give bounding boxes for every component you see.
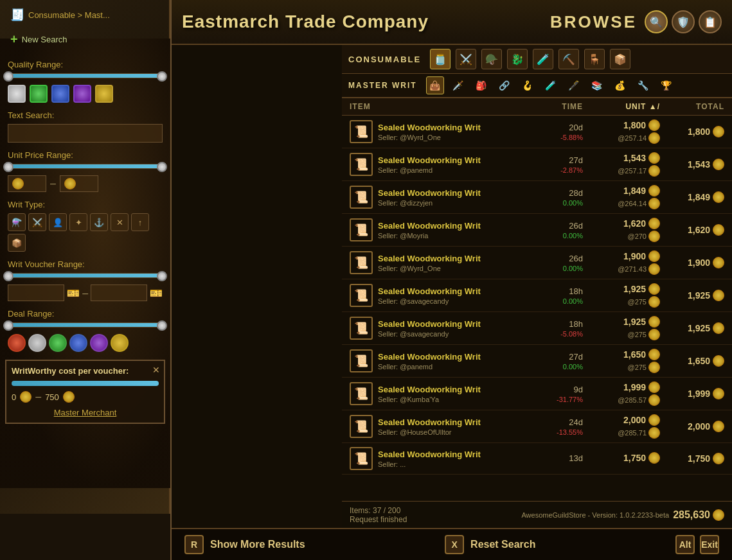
- table-body: 📜 Sealed Woodworking Writ Seller: @Wyrd_…: [342, 116, 732, 528]
- exit-button[interactable]: Exit: [700, 535, 719, 554]
- subcat-pen-icon[interactable]: 🖋️: [565, 76, 583, 94]
- cat-icon-armor[interactable]: 🪖: [481, 49, 502, 69]
- subcat-flask-icon[interactable]: 🧪: [542, 76, 560, 94]
- writworthy-close[interactable]: ✕: [152, 365, 160, 375]
- coin-max-icon: [64, 178, 76, 189]
- writ-icon-jewelry[interactable]: ⚓: [90, 213, 108, 231]
- price-slider[interactable]: [8, 164, 163, 169]
- subcat-backpack-icon[interactable]: 🎒: [472, 76, 490, 94]
- show-more-button[interactable]: R Show More Results: [184, 535, 305, 554]
- writ-icon-woodwork[interactable]: ↑: [131, 213, 149, 231]
- header: Eastmarch Trade Company BROWSE 🔍 🛡️ 📋: [172, 0, 732, 45]
- subcat-book-icon[interactable]: 📚: [588, 76, 606, 94]
- table-row[interactable]: 📜 Sealed Woodworking Writ Seller: @House…: [342, 410, 732, 443]
- sub-coin-icon: [648, 296, 660, 308]
- item-name: Sealed Woodworking Writ: [378, 188, 481, 198]
- subcat-money-icon[interactable]: 💰: [611, 76, 629, 94]
- deal-icon-purple[interactable]: [90, 334, 108, 352]
- total-cell: 1,849: [660, 191, 724, 203]
- ww-slider[interactable]: [12, 381, 159, 386]
- writ-icon-clothing[interactable]: 👤: [49, 213, 67, 231]
- writ-icon-provision[interactable]: ✕: [111, 213, 129, 231]
- time-value: 13d: [519, 453, 583, 463]
- deal-icon-silver[interactable]: [28, 334, 46, 352]
- subcat-bag-icon[interactable]: 👜: [426, 76, 444, 94]
- table-row[interactable]: 📜 Sealed Woodworking Writ Seller: @savag…: [342, 279, 732, 312]
- text-search-input[interactable]: [8, 124, 163, 143]
- search-icon[interactable]: 🔍: [645, 10, 668, 33]
- writ-icon-extra[interactable]: 📦: [8, 234, 26, 252]
- subcat-sword-icon[interactable]: 🗡️: [449, 76, 467, 94]
- deal-icon-red[interactable]: [8, 334, 26, 352]
- table-row[interactable]: 📜 Sealed Woodworking Writ Seller: @Kumba…: [342, 378, 732, 410]
- cat-icon-furniture[interactable]: 🪑: [584, 49, 605, 69]
- unit-price: 1,800: [583, 119, 660, 131]
- col-item: ITEM: [350, 102, 519, 111]
- table-row[interactable]: 📜 Sealed Woodworking Writ Seller: @Wyrd_…: [342, 247, 732, 279]
- time-change: 0.00%: [519, 363, 583, 371]
- item-name: Sealed Woodworking Writ: [378, 352, 481, 362]
- price-min-box: [8, 175, 46, 192]
- cat-icon-creature[interactable]: 🐉: [507, 49, 528, 69]
- table-row[interactable]: 📜 Sealed Woodworking Writ Seller: @panem…: [342, 148, 732, 181]
- voucher-slider[interactable]: [8, 273, 163, 278]
- writ-icon-alchemy[interactable]: ⚗️: [8, 213, 26, 231]
- version-info: AwesomeGuildStore - Version: 1.0.2.2233-…: [521, 511, 669, 519]
- gem-green[interactable]: [30, 85, 48, 103]
- new-search-button[interactable]: + New Search: [5, 30, 165, 49]
- time-change: -31.77%: [519, 396, 583, 403]
- cat-icon-weapon[interactable]: ⚔️: [456, 49, 476, 69]
- reset-search-button[interactable]: X Reset Search: [445, 535, 535, 554]
- unit-cell: 1,800 @257.14: [583, 119, 660, 144]
- total-price: 1,650: [660, 355, 724, 367]
- unit-price: 1,999: [583, 381, 660, 393]
- col-unit[interactable]: UNIT ▲/: [583, 102, 660, 111]
- deal-slider[interactable]: [8, 322, 163, 328]
- item-seller: Seller: @HouseOfUlltor: [378, 428, 481, 436]
- voucher-min-box: [8, 284, 64, 301]
- item-seller: Seller: @panemd: [378, 166, 481, 174]
- writ-icon-blacksmith[interactable]: ⚔️: [28, 213, 46, 231]
- total-coin-icon: [713, 290, 724, 301]
- table-row[interactable]: 📜 Sealed Woodworking Writ Seller: ... 13…: [342, 443, 732, 475]
- subcat-hook-icon[interactable]: 🪝: [519, 76, 537, 94]
- cat-icon-tools[interactable]: ⛏️: [558, 49, 579, 69]
- time-cell: 9d -31.77%: [519, 385, 583, 403]
- gem-white[interactable]: [8, 85, 26, 103]
- unit-cell: 1,849 @264.14: [583, 185, 660, 209]
- subcat-chain-icon[interactable]: 🔗: [495, 76, 513, 94]
- quality-slider[interactable]: [8, 73, 163, 78]
- gem-purple[interactable]: [73, 85, 91, 103]
- guild-icon[interactable]: 🛡️: [672, 10, 695, 33]
- time-value: 9d: [519, 385, 583, 394]
- table-row[interactable]: 📜 Sealed Woodworking Writ Seller: @savag…: [342, 312, 732, 345]
- writ-icon-enchant[interactable]: ✦: [69, 213, 87, 231]
- subcat-trophy-icon[interactable]: 🏆: [657, 76, 675, 94]
- deal-icon-blue[interactable]: [69, 334, 87, 352]
- log-icon[interactable]: 📋: [699, 10, 722, 33]
- plus-icon: +: [10, 32, 18, 47]
- table-row[interactable]: 📜 Sealed Woodworking Writ Seller: @Moyri…: [342, 214, 732, 247]
- unit-coin-icon: [648, 316, 660, 328]
- cat-icon-misc[interactable]: 📦: [610, 49, 630, 69]
- cat-icon-potion[interactable]: 🧪: [533, 49, 553, 69]
- item-seller: Seller: @Moyria: [378, 232, 481, 240]
- table-row[interactable]: 📜 Sealed Woodworking Writ Seller: @panem…: [342, 345, 732, 378]
- time-change: -5.88%: [519, 134, 583, 141]
- deal-icon-gold[interactable]: [111, 334, 129, 352]
- voucher-max-box: [91, 284, 147, 301]
- category-tabs: CONSUMABLE 🫙 ⚔️ 🪖 🐉 🧪 ⛏️ 🪑 📦: [342, 45, 732, 74]
- total-cell: 1,925: [660, 290, 724, 301]
- gem-gold[interactable]: [95, 85, 113, 103]
- table-row[interactable]: 📜 Sealed Woodworking Writ Seller: @Wyrd_…: [342, 116, 732, 148]
- deal-icon-green[interactable]: [49, 334, 67, 352]
- total-price: 1,750: [660, 453, 724, 464]
- item-name: Sealed Woodworking Writ: [378, 385, 481, 394]
- table-row[interactable]: 📜 Sealed Woodworking Writ Seller: @dizzy…: [342, 181, 732, 214]
- unit-cell: 2,000 @285.71: [583, 414, 660, 439]
- subcat-wrench-icon[interactable]: 🔧: [634, 76, 652, 94]
- master-merchant-button[interactable]: Master Merchant: [12, 408, 159, 417]
- cat-icon-food[interactable]: 🫙: [430, 49, 451, 69]
- gem-blue[interactable]: [51, 85, 69, 103]
- time-value: 26d: [519, 254, 583, 263]
